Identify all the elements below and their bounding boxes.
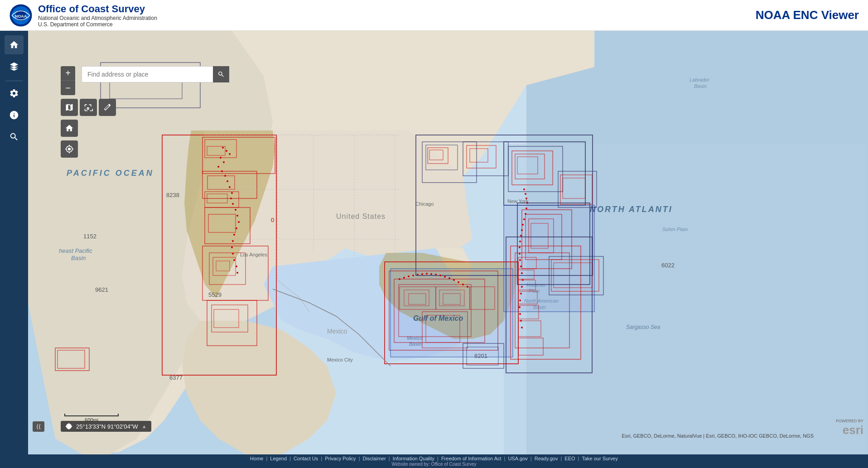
search-input[interactable] bbox=[82, 66, 213, 82]
zoom-controls: + − bbox=[61, 66, 75, 95]
footer-foia-link[interactable]: Freedom of Information Act bbox=[439, 456, 504, 461]
svg-rect-104 bbox=[391, 269, 513, 357]
map-container[interactable]: PACIFIC OCEAN NORTH ATLANTI Gulf of Mexi… bbox=[28, 31, 868, 454]
svg-point-109 bbox=[226, 150, 227, 152]
noaa-logo-icon: NOAA bbox=[9, 4, 33, 27]
svg-point-132 bbox=[523, 188, 525, 190]
svg-text:Basin: Basin bbox=[71, 255, 86, 261]
svg-point-122 bbox=[236, 215, 238, 217]
svg-text:Plain: Plain bbox=[529, 288, 540, 294]
svg-rect-58 bbox=[212, 305, 248, 332]
search-button[interactable] bbox=[213, 66, 229, 82]
svg-point-153 bbox=[519, 313, 521, 315]
svg-point-146 bbox=[520, 265, 522, 267]
svg-rect-48 bbox=[207, 146, 225, 155]
svg-point-163 bbox=[430, 273, 432, 275]
svg-point-128 bbox=[232, 253, 234, 255]
svg-rect-93 bbox=[394, 279, 485, 343]
svg-point-129 bbox=[233, 259, 235, 261]
svg-text:9621: 9621 bbox=[95, 286, 108, 293]
sidebar-item-info[interactable] bbox=[5, 106, 24, 125]
grid-button[interactable] bbox=[80, 99, 97, 116]
home-button[interactable] bbox=[61, 120, 78, 137]
header-left: NOAA Office of Coast Survey National Oce… bbox=[9, 3, 157, 28]
svg-text:United States: United States bbox=[336, 212, 386, 220]
svg-point-152 bbox=[519, 306, 521, 308]
esri-brand: esri bbox=[843, 423, 863, 437]
svg-point-134 bbox=[526, 198, 527, 199]
svg-point-119 bbox=[230, 198, 232, 199]
footer-infoquality-link[interactable]: Information Quality bbox=[390, 456, 437, 461]
svg-text:NORTH ATLANTI: NORTH ATLANTI bbox=[590, 205, 673, 214]
svg-rect-80 bbox=[504, 205, 594, 312]
measure-button[interactable] bbox=[99, 99, 116, 116]
svg-marker-14 bbox=[379, 253, 517, 339]
footer-contact-link[interactable]: Contact Us bbox=[291, 456, 321, 461]
svg-point-171 bbox=[467, 286, 468, 288]
svg-rect-51 bbox=[205, 207, 250, 244]
footer-readygov-link[interactable]: Ready.gov bbox=[532, 456, 561, 461]
svg-text:Mexico: Mexico bbox=[327, 328, 347, 335]
svg-point-166 bbox=[444, 276, 446, 278]
svg-point-112 bbox=[223, 161, 225, 163]
svg-point-136 bbox=[526, 207, 527, 209]
zoom-in-button[interactable]: + bbox=[61, 66, 75, 81]
svg-point-117 bbox=[229, 186, 231, 188]
svg-point-121 bbox=[235, 209, 236, 211]
footer-legend-link[interactable]: Legend bbox=[267, 456, 289, 461]
svg-rect-64 bbox=[426, 145, 458, 170]
svg-rect-87 bbox=[518, 291, 537, 304]
svg-text:North American: North American bbox=[524, 298, 559, 304]
svg-rect-98 bbox=[436, 287, 470, 309]
svg-point-156 bbox=[399, 278, 400, 280]
expand-panel-button[interactable]: ⟨⟨ bbox=[33, 421, 44, 432]
svg-rect-81 bbox=[506, 237, 592, 373]
svg-rect-75 bbox=[517, 203, 590, 285]
map-attribution: Esri, GEBCO, DeLorme, NaturalVue | Esri,… bbox=[622, 433, 814, 439]
svg-point-141 bbox=[520, 235, 522, 236]
basemap-button[interactable] bbox=[61, 99, 78, 116]
svg-rect-176 bbox=[463, 343, 504, 368]
svg-text:Basin: Basin bbox=[694, 83, 707, 89]
svg-point-168 bbox=[453, 279, 455, 281]
location-button[interactable] bbox=[61, 140, 78, 158]
coords-expand-button[interactable]: ▲ bbox=[142, 424, 147, 429]
svg-point-108 bbox=[222, 147, 224, 149]
svg-point-148 bbox=[522, 279, 524, 281]
svg-text:Sohm Plain: Sohm Plain bbox=[662, 227, 688, 232]
svg-point-131 bbox=[236, 272, 238, 274]
sidebar-item-settings[interactable] bbox=[5, 84, 24, 103]
svg-text:Sargasso Sea: Sargasso Sea bbox=[626, 324, 661, 330]
footer-privacy-link[interactable]: Privacy Policy bbox=[322, 456, 358, 461]
svg-point-140 bbox=[521, 229, 523, 231]
svg-rect-84 bbox=[518, 257, 536, 269]
svg-point-151 bbox=[519, 299, 521, 301]
svg-point-120 bbox=[232, 203, 234, 205]
svg-point-111 bbox=[220, 157, 222, 159]
zoom-out-button[interactable]: − bbox=[61, 81, 75, 95]
footer-home-link[interactable]: Home bbox=[247, 456, 266, 461]
footer-survey-link[interactable]: Take our Survey bbox=[579, 456, 620, 461]
svg-rect-46 bbox=[203, 137, 275, 174]
footer-disclaimer-link[interactable]: Disclaimer bbox=[360, 456, 388, 461]
svg-text:Labrador: Labrador bbox=[690, 77, 710, 82]
svg-text:Basin: Basin bbox=[533, 304, 546, 310]
svg-point-125 bbox=[233, 234, 235, 236]
svg-rect-57 bbox=[207, 300, 257, 346]
footer-usagov-link[interactable]: USA.gov bbox=[505, 456, 530, 461]
svg-rect-82 bbox=[511, 246, 581, 359]
svg-rect-59 bbox=[214, 309, 239, 328]
svg-text:Chicago: Chicago bbox=[415, 201, 434, 207]
svg-point-165 bbox=[439, 275, 441, 276]
svg-text:6377: 6377 bbox=[169, 374, 183, 381]
sidebar-item-search[interactable] bbox=[5, 127, 24, 146]
svg-rect-62 bbox=[416, 135, 593, 275]
svg-rect-53 bbox=[203, 246, 268, 300]
svg-rect-66 bbox=[429, 150, 443, 160]
sidebar-item-home[interactable] bbox=[5, 35, 24, 54]
svg-point-169 bbox=[458, 281, 459, 283]
svg-text:Mexico City: Mexico City bbox=[327, 357, 353, 362]
svg-rect-89 bbox=[518, 321, 541, 337]
sidebar-item-layers[interactable] bbox=[5, 57, 24, 76]
footer-eeo-link[interactable]: EEO bbox=[562, 456, 578, 461]
